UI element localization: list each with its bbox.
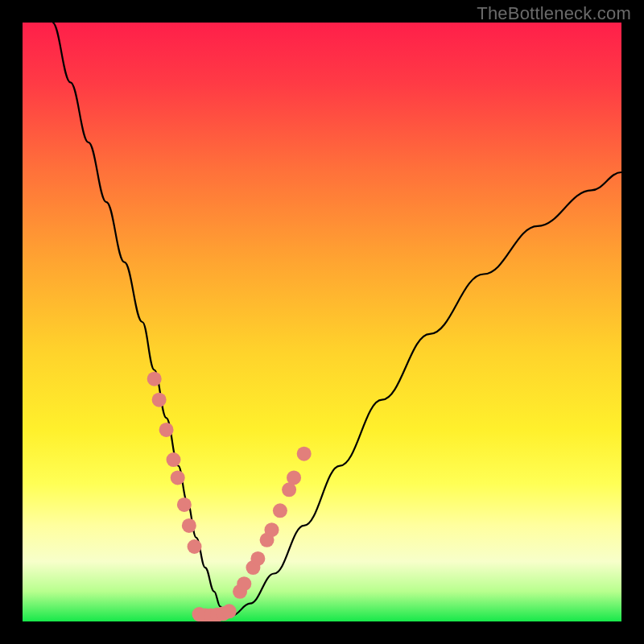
marker-dot	[273, 503, 287, 518]
marker-dot	[159, 423, 174, 437]
right-leg-markers	[233, 447, 312, 599]
marker-dot	[152, 393, 167, 407]
marker-dot	[166, 452, 180, 467]
chart-frame: TheBottleneck.com	[0, 0, 644, 644]
marker-dot	[250, 551, 265, 566]
marker-dot	[237, 576, 251, 591]
chart-svg	[23, 23, 621, 621]
marker-dot	[287, 470, 301, 485]
left-leg-markers	[147, 372, 202, 554]
marker-dot	[171, 470, 185, 485]
bottleneck-curve	[52, 23, 621, 616]
marker-dot	[265, 522, 279, 537]
minimum-run-markers	[192, 604, 236, 621]
marker-dot	[182, 518, 196, 533]
plot-area	[23, 23, 621, 621]
marker-dot	[147, 372, 162, 386]
marker-dot	[177, 497, 192, 512]
marker-dot	[222, 604, 237, 618]
marker-dot	[188, 539, 202, 554]
watermark-text: TheBottleneck.com	[477, 3, 631, 24]
marker-dot	[297, 447, 312, 461]
